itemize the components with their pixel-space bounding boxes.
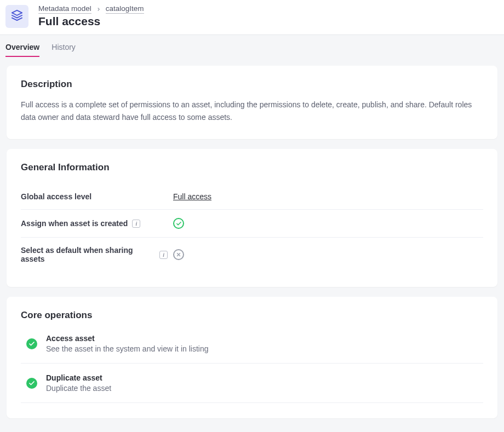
value-assign-on-create	[173, 218, 184, 229]
general-info-rows: Global access level Full access Assign w…	[21, 184, 483, 272]
operation-desc: Duplicate the asset	[46, 384, 111, 393]
row-global-access-level: Global access level Full access	[21, 184, 483, 210]
operation-title: Duplicate asset	[46, 373, 111, 382]
value-default-on-share	[173, 249, 184, 260]
list-item: Access asset See the asset in the system…	[21, 334, 483, 364]
tab-history[interactable]: History	[51, 43, 76, 57]
page-title: Full access	[38, 15, 144, 28]
breadcrumb: Metadata model catalogItem	[38, 4, 144, 14]
operation-text: Access asset See the asset in the system…	[46, 334, 208, 353]
operation-text: Duplicate asset Duplicate the asset	[46, 373, 111, 393]
svg-marker-0	[12, 10, 22, 15]
description-body: Full access is a complete set of permiss…	[21, 99, 483, 124]
general-info-heading: General Information	[21, 162, 483, 173]
value-global-access-level: Full access	[173, 192, 211, 201]
label-text: Select as default when sharing assets	[21, 246, 155, 263]
info-icon[interactable]: i	[159, 251, 168, 259]
link-full-access[interactable]: Full access	[173, 192, 211, 201]
model-icon-box	[5, 5, 28, 28]
operation-desc: See the asset in the system and view it …	[46, 344, 208, 353]
breadcrumb-link-catalogitem[interactable]: catalogItem	[106, 4, 144, 14]
layers-icon	[11, 9, 23, 23]
header-text: Metadata model catalogItem Full access	[38, 4, 144, 28]
label-text: Assign when asset is created	[21, 219, 128, 228]
description-heading: Description	[21, 79, 483, 90]
label-text: Global access level	[21, 192, 91, 201]
description-card: Description Full access is a complete se…	[7, 66, 497, 139]
page-header: Metadata model catalogItem Full access	[0, 0, 504, 35]
core-operations-card: Core operations Access asset See the ass…	[7, 297, 497, 418]
tab-overview[interactable]: Overview	[5, 43, 39, 57]
tabs: Overview History	[0, 35, 504, 57]
core-operations-heading: Core operations	[21, 310, 483, 321]
label-default-on-share: Select as default when sharing assets i	[21, 246, 168, 263]
list-item: Duplicate asset Duplicate the asset	[21, 364, 483, 403]
check-filled-icon	[26, 378, 37, 389]
breadcrumb-link-model[interactable]: Metadata model	[38, 4, 91, 14]
general-info-card: General Information Global access level …	[7, 149, 497, 287]
chevron-right-icon	[96, 7, 101, 12]
operations-list: Access asset See the asset in the system…	[21, 334, 483, 403]
label-assign-on-create: Assign when asset is created i	[21, 219, 168, 228]
content-area: Description Full access is a complete se…	[0, 57, 504, 431]
row-default-on-share: Select as default when sharing assets i	[21, 238, 483, 272]
row-assign-on-create: Assign when asset is created i	[21, 210, 483, 238]
x-circle-icon	[173, 249, 184, 260]
check-circle-icon	[173, 218, 184, 229]
info-icon[interactable]: i	[132, 220, 140, 228]
label-global-access-level: Global access level	[21, 192, 168, 201]
check-filled-icon	[26, 338, 37, 349]
operation-title: Access asset	[46, 334, 208, 343]
